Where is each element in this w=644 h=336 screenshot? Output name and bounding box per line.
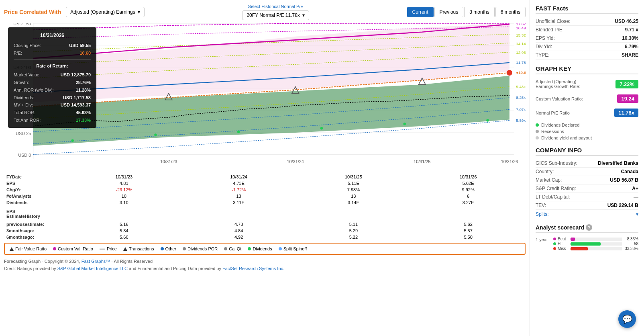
table-row-3mo-est: 3monthsago: 5.34 4.84 5.29 5.57	[4, 227, 526, 234]
growth-rate-row: Adjusted (Operating)Earnings Growth Rate…	[536, 78, 638, 90]
miss-pct: 33.33%	[624, 246, 638, 251]
svg-text:9.43x: 9.43x	[516, 84, 526, 89]
fydate-col3: 10/31/25	[296, 174, 411, 180]
factset-link[interactable]: FactSet Research Systems Inc.	[222, 266, 284, 271]
beat-bar-bg	[571, 238, 622, 241]
tooltip-date: 10/31/2026	[14, 31, 91, 39]
sp-credit-value: A+	[632, 186, 638, 191]
sp-link[interactable]: S&P Global Market Intelligence LLC	[57, 266, 128, 271]
6mo-est-col4: 5.50	[411, 234, 526, 240]
legend-transactions: Transactions	[123, 246, 154, 251]
prev-est-col4: 5.62	[411, 221, 526, 227]
table-row-eps-history-header: EPSEstimateHistory	[4, 208, 526, 219]
eps-col2: 4.73E	[181, 180, 296, 186]
prev-est-col1: 5.16	[67, 221, 181, 227]
svg-text:●10.60x: ●10.60x	[516, 70, 526, 75]
svg-point-21	[320, 127, 323, 130]
chat-icon: 💬	[622, 314, 632, 324]
chg-col4: 9.92%	[411, 186, 526, 193]
fair-value-triangle-icon	[10, 247, 14, 251]
6months-button[interactable]: 6 months	[495, 7, 526, 17]
growth-rate-value: 7.22%	[615, 80, 638, 88]
tooltip-mv-value: USD 12,875.79	[61, 71, 91, 79]
chg-col2: -1.72%	[181, 186, 296, 193]
3months-button[interactable]: 3 months	[464, 7, 494, 17]
dividends-col2: 3.11E	[181, 199, 296, 206]
legend-split-spinoff-label: Split Spinoff	[283, 246, 307, 251]
gics-label: GICS Sub-Industry:	[536, 160, 577, 166]
unofficial-close-label: Unofficial Close:	[536, 18, 570, 24]
splits-row[interactable]: Splits: ▾	[536, 210, 638, 219]
svg-text:16.49x: 16.49x	[516, 26, 526, 30]
eps-yld-row: EPS Yld: 10.30%	[536, 34, 638, 43]
eps-estimate-label: EPSEstimateHistory	[4, 208, 67, 219]
tev-label: TEV:	[536, 203, 546, 208]
table-row-analysts: #ofAnalysts 10 13 13 6	[4, 193, 526, 199]
svg-text:USD 150: USD 150	[13, 23, 31, 26]
splits-label: Splits:	[536, 211, 549, 217]
type-row: TYPE: SHARE	[536, 51, 638, 59]
normal-pe-dropdown[interactable]: 20FY Normal P/E 11.78x ▾	[242, 10, 309, 20]
analysts-col3: 13	[296, 193, 411, 199]
previous-button[interactable]: Previous	[434, 7, 464, 17]
sidebar: FAST Facts Unofficial Close: USD 46.25 B…	[530, 0, 644, 336]
price-correlated-label: Price Correlated With	[4, 9, 61, 15]
miss-bar-bg	[571, 247, 622, 250]
lt-debt-value: —	[634, 194, 638, 200]
6mo-est-col2: 4.92	[181, 234, 296, 240]
analyst-scorecard-title: Analyst scorecard ?	[536, 224, 638, 233]
hit-label: Hit	[558, 242, 569, 246]
legend-dividends-por-label: Dividends POR	[187, 246, 218, 251]
legend-split-spinoff: Split Spinoff	[279, 246, 307, 251]
eps-yld-label: EPS Yld:	[536, 35, 555, 41]
market-cap-value: USD 56.87 B	[610, 177, 638, 183]
current-button[interactable]: Current	[407, 7, 434, 17]
analysts-col1: 10	[67, 193, 181, 199]
tooltip-mv-div-label: MV + Div:	[14, 101, 33, 109]
fastgraphs-link[interactable]: Fast Graphs™	[82, 259, 110, 264]
miss-label: Miss	[558, 246, 569, 251]
copyright-text: Forecasting Graph - Copyright © 2024,	[4, 259, 80, 264]
dividends-dot-icon	[248, 247, 251, 250]
lt-debt-label: LT Debt/Capital:	[536, 194, 570, 200]
prev-est-label: previousestimate:	[4, 221, 67, 227]
custom-val-row: Custom Valuation Ratio: 19.24	[536, 93, 638, 104]
hit-bar-row: Hit 58	[553, 242, 638, 246]
chat-button[interactable]: 💬	[618, 310, 636, 328]
analyst-title-text: Analyst scorecard	[536, 224, 584, 231]
6mo-est-col1: 5.60	[67, 234, 181, 240]
split-spinoff-dot-icon	[279, 247, 282, 250]
analyst-content: 1 year Beat 8.33% Hit 58	[536, 236, 638, 251]
recessions-dot-icon	[536, 130, 539, 133]
and-text: and Fundamental and Pricing Data provide…	[129, 266, 222, 271]
tooltip-pe-label: P/E:	[14, 49, 22, 57]
earnings-dropdown[interactable]: Adjusted (Operating) Earnings ▾	[66, 7, 144, 17]
tev-value: USD 229.14 B	[607, 203, 638, 208]
table-row-6mo-est: 6monthsago: 5.60 4.92 5.22 5.50	[4, 234, 526, 240]
analyst-help-icon[interactable]: ?	[586, 224, 592, 231]
table-row-dividends: Dividends 3.10 3.11E 3.14E 3.27E	[4, 199, 526, 206]
hit-bar-fill	[571, 242, 601, 246]
hit-bar-bg	[571, 242, 622, 246]
tooltip-growth-label: Growth:	[14, 79, 29, 86]
tooltip-tot-ann-label: Tot Ann ROR:	[14, 117, 41, 124]
fast-facts-section: FAST Facts Unofficial Close: USD 46.25 B…	[536, 5, 638, 59]
3mo-est-col3: 5.29	[296, 227, 411, 234]
fydate-col1: 10/31/23	[67, 174, 181, 180]
normal-pe-ratio-label: Normal P/E Ratio	[536, 111, 570, 115]
beat-label: Beat	[558, 237, 569, 241]
legend-custom-val: Custom Val. Ratio	[53, 246, 93, 251]
svg-text:10/31/24: 10/31/24	[287, 159, 304, 164]
price-dash-icon: —	[100, 246, 105, 252]
chg-col1: -23.12%	[67, 186, 181, 193]
chart-container[interactable]: USD 150 USD 125 USD 100 USD 75 USD 50 US…	[4, 23, 526, 172]
hit-dot-icon	[553, 242, 556, 245]
beat-pct: 8.33%	[624, 237, 638, 241]
earnings-dropdown-value: Adjusted (Operating) Earnings	[70, 9, 135, 15]
dividends-declared-dot-icon	[536, 123, 539, 127]
normal-pe-value: 20FY Normal P/E 11.78x	[247, 12, 300, 18]
legend-fair-value-label: Fair Value Ratio	[15, 246, 47, 251]
tooltip-ann-ror-label: Ann. ROR (w/o Div):	[14, 86, 54, 94]
custom-val-ratio-label: Custom Valuation Ratio:	[536, 96, 583, 101]
div-yield-legend: Dividend yield and payout	[536, 135, 638, 141]
